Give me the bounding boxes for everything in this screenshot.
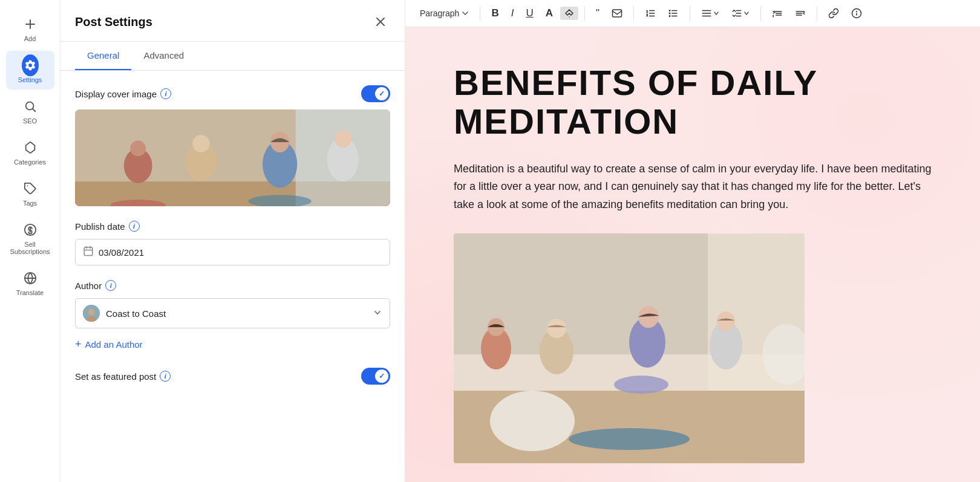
meditation-image (454, 233, 805, 463)
add-author-button[interactable]: + Add an Author (75, 336, 390, 353)
author-left: Coast to Coast (83, 305, 166, 322)
bold-button[interactable]: B (486, 5, 503, 22)
calendar-icon (83, 246, 94, 259)
font-color-button[interactable]: A (541, 5, 558, 22)
paragraph-label: Paragraph (420, 8, 459, 18)
diamond-icon (22, 139, 39, 156)
svg-point-16 (130, 140, 146, 156)
date-input-wrapper (75, 239, 390, 265)
paragraph-select[interactable]: Paragraph (415, 6, 474, 21)
featured-post-row: Set as featured post i (75, 368, 390, 385)
toggle-knob (375, 87, 388, 100)
main-content: Paragraph B I U A " (405, 0, 980, 482)
svg-rect-25 (84, 247, 93, 256)
underline-button[interactable]: U (521, 5, 538, 22)
post-body[interactable]: Meditation is a beautiful way to create … (454, 160, 932, 214)
featured-post-section: Set as featured post i (75, 368, 390, 385)
featured-post-label: Set as featured post i (75, 371, 171, 382)
svg-point-39 (669, 10, 670, 11)
svg-point-30 (88, 308, 94, 316)
svg-point-68 (638, 306, 659, 328)
svg-point-22 (335, 130, 352, 148)
toolbar-divider-6 (817, 6, 817, 21)
svg-point-40 (669, 13, 670, 14)
sidebar-item-translate[interactable]: Translate (6, 264, 54, 302)
svg-point-2 (25, 102, 33, 110)
indent-right-button[interactable] (790, 5, 811, 21)
date-input[interactable] (99, 247, 382, 258)
icon-sidebar: Add Settings SEO Categories (0, 0, 60, 482)
plus-icon (22, 16, 39, 33)
panel-title: Post Settings (75, 15, 152, 29)
featured-post-info-icon[interactable]: i (160, 371, 171, 382)
svg-point-41 (669, 16, 670, 17)
post-title[interactable]: BENEFITS OF DAILY MEDITATION (454, 64, 932, 141)
search-icon (22, 98, 39, 115)
svg-point-20 (270, 132, 289, 152)
toolbar-divider-5 (760, 6, 761, 21)
add-author-label: Add an Author (85, 339, 143, 350)
display-cover-label: Display cover image i (75, 88, 171, 99)
dollar-icon (22, 221, 39, 238)
gear-icon (22, 57, 39, 74)
sidebar-item-subscriptions-label: SellSubscriptions (10, 241, 50, 255)
sidebar-item-add[interactable]: Add (6, 10, 54, 48)
tag-icon (22, 180, 39, 197)
cover-image-sim (75, 109, 390, 206)
sidebar-item-subscriptions[interactable]: SellSubscriptions (6, 215, 54, 261)
panel-header: Post Settings (60, 0, 405, 42)
line-height-button[interactable] (727, 5, 754, 21)
toolbar-divider-4 (690, 6, 690, 21)
info-button[interactable] (846, 5, 867, 21)
author-info-icon[interactable]: i (105, 280, 116, 291)
publish-date-label: Publish date i (75, 221, 390, 232)
publish-date-info-icon[interactable]: i (129, 221, 140, 232)
featured-toggle-knob (375, 370, 388, 383)
sidebar-item-tags[interactable]: Tags (6, 174, 54, 213)
tab-general[interactable]: General (75, 42, 131, 70)
sidebar-item-categories-label: Categories (14, 158, 46, 166)
svg-line-3 (33, 109, 35, 111)
svg-point-62 (569, 428, 690, 450)
unordered-list-button[interactable] (663, 5, 684, 21)
display-cover-info-icon[interactable]: i (160, 88, 171, 99)
align-button[interactable] (696, 5, 724, 21)
svg-point-69 (614, 376, 668, 394)
tabs-bar: General Advanced (60, 42, 405, 71)
svg-point-71 (717, 311, 735, 331)
author-name: Coast to Coast (106, 308, 166, 319)
toolbar-divider-3 (633, 6, 634, 21)
cover-image-preview (75, 109, 390, 206)
svg-rect-32 (613, 10, 622, 17)
email-button[interactable] (607, 5, 627, 21)
sidebar-item-settings[interactable]: Settings (6, 51, 54, 90)
ordered-list-button[interactable] (640, 5, 661, 21)
editor-toolbar: Paragraph B I U A " (405, 0, 980, 27)
add-author-plus-icon: + (75, 338, 82, 351)
svg-point-66 (547, 319, 566, 338)
publish-date-section: Publish date i (75, 221, 390, 265)
close-button[interactable] (371, 12, 390, 31)
tab-advanced[interactable]: Advanced (131, 42, 196, 70)
chevron-down-icon (373, 308, 382, 319)
sidebar-item-translate-label: Translate (16, 289, 44, 296)
editor-area[interactable]: BENEFITS OF DAILY MEDITATION Meditation … (405, 27, 980, 482)
display-cover-toggle[interactable] (361, 85, 390, 102)
display-cover-image-section: Display cover image i (75, 85, 390, 206)
link-button[interactable] (823, 5, 844, 21)
author-avatar (83, 305, 100, 322)
sidebar-item-seo[interactable]: SEO (6, 92, 54, 131)
sidebar-item-seo-label: SEO (23, 117, 37, 125)
blockquote-button[interactable]: " (591, 5, 604, 22)
highlight-button[interactable] (560, 7, 578, 20)
indent-left-button[interactable] (767, 5, 788, 21)
svg-marker-4 (25, 142, 34, 153)
sidebar-item-add-label: Add (24, 35, 36, 42)
globe-icon (22, 270, 39, 287)
panel-content: Display cover image i (60, 71, 405, 399)
italic-button[interactable]: I (506, 5, 519, 22)
sidebar-item-categories[interactable]: Categories (6, 133, 54, 172)
author-label: Author i (75, 280, 390, 291)
featured-post-toggle[interactable] (361, 368, 390, 385)
author-dropdown[interactable]: Coast to Coast (75, 298, 390, 328)
